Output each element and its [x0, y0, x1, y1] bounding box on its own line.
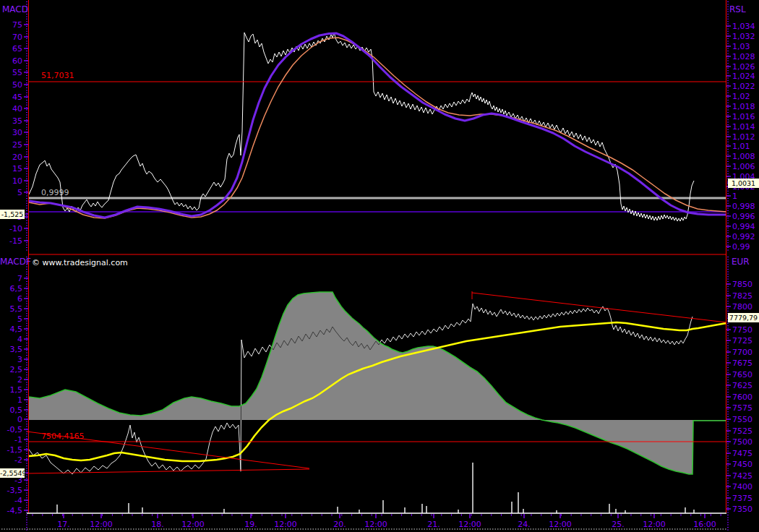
rsl-axis-label: 1,012 — [732, 132, 755, 142]
eur-axis-label: 7575 — [732, 403, 752, 413]
rsl-axis-label: 1,028 — [732, 52, 755, 61]
macdf-axis-label: -3,5 — [7, 486, 22, 495]
macd-axis-label: 45 — [12, 93, 22, 102]
eur-axis-label: 7600 — [732, 392, 752, 402]
volume-bar — [609, 504, 610, 513]
time-label: 12:00 — [90, 520, 113, 529]
macdf-axis-label: 4,5 — [10, 325, 23, 334]
volume-bar — [511, 502, 513, 513]
macdf-axis-label: 0 — [17, 415, 22, 424]
macdf-axis-label: 3 — [17, 355, 22, 364]
time-label: 25. — [612, 520, 625, 529]
macd-axis-label: 50 — [12, 80, 22, 90]
macd-axis-label: -15 — [9, 236, 22, 246]
eur-axis-label: 7450 — [732, 460, 752, 469]
eur-axis-label: 7400 — [732, 482, 752, 492]
eur-axis-label: 7800 — [732, 302, 752, 312]
volume-bar — [56, 505, 58, 513]
volume-bar — [518, 492, 519, 513]
macd-axis-label: 65 — [12, 44, 22, 53]
rsl-axis-label: 1,008 — [732, 152, 755, 161]
time-label: 20. — [333, 520, 346, 529]
rsl-axis-label: 0,99 — [732, 242, 750, 252]
macdf-axis-label: 5 — [17, 314, 22, 324]
volume-bar — [615, 509, 617, 513]
eur-axis-label: 7675 — [732, 359, 752, 368]
macd-axis-label: 55 — [12, 68, 22, 77]
macd-axis-label: 35 — [12, 116, 22, 126]
time-label: 19. — [244, 520, 257, 529]
rsl-last-value-badge: 1,0031 — [728, 179, 759, 188]
volume-bar — [421, 504, 423, 513]
time-label: 24. — [518, 520, 531, 529]
bottom-left-axis-title: MACDF — [0, 257, 31, 266]
macdf-axis-label: -2 — [14, 455, 22, 465]
macdf-axis-label: 4 — [17, 335, 22, 344]
eur-axis-label: 7825 — [732, 291, 752, 301]
eur-axis-label: 7375 — [732, 494, 752, 503]
macd-axis-label: 20 — [12, 153, 22, 162]
volume-bar — [128, 503, 129, 513]
macd-axis-label: 15 — [12, 164, 22, 173]
rsl-axis-label: 1,026 — [732, 62, 755, 72]
time-label: 12:00 — [181, 520, 205, 529]
top-right-axis-title: RSL — [729, 5, 746, 14]
time-label: 17. — [57, 520, 70, 529]
time-label: 16:00 — [693, 520, 716, 529]
rsl-axis-label: 1,014 — [732, 122, 755, 132]
eur-axis-label: 7700 — [732, 348, 752, 357]
eur-axis-label: 7725 — [732, 336, 752, 346]
macdf-axis-label: 0,5 — [10, 406, 23, 415]
eur-axis-label: 7550 — [732, 415, 752, 424]
rsl-axis-label: 1,034 — [732, 22, 755, 31]
time-label: 21. — [427, 520, 440, 529]
macd-axis-label: -10 — [9, 224, 22, 233]
eur-axis-label: 7650 — [732, 370, 752, 379]
macdf-axis-label: 1 — [17, 395, 22, 405]
time-label: 12:00 — [274, 520, 297, 529]
macdf-axis-label: -4,5 — [7, 506, 22, 515]
macdf-axis-label: -0,5 — [7, 425, 22, 434]
rsl-axis-label: 1,018 — [732, 102, 755, 111]
rsl-axis-label: 1,032 — [732, 32, 755, 41]
volume-bar — [426, 506, 427, 513]
volume-bar — [472, 463, 473, 513]
time-label: 12:00 — [643, 520, 666, 529]
rsl-axis-label: 1,03 — [732, 42, 750, 51]
macdf-last-value-badge: -2,5549 — [0, 468, 25, 478]
macd-axis-label: 60 — [12, 56, 22, 66]
rsl-axis-label: 1,02 — [732, 92, 750, 101]
rsl-axis-label: 1,01 — [732, 142, 750, 151]
rsl-axis-label: 1,022 — [732, 82, 755, 91]
macdf-axis-label: 2 — [17, 375, 22, 385]
macd-last-value-badge: -1,525 — [0, 210, 25, 219]
macdf-axis-label: 6 — [17, 294, 22, 304]
macdf-axis-label: 6,5 — [10, 284, 23, 293]
time-label: 12:00 — [364, 520, 387, 529]
rsl-axis-label: 0,994 — [732, 222, 755, 231]
macdf-axis-label: -1 — [14, 435, 22, 445]
macdf-axis-label: -1,5 — [7, 445, 22, 455]
macdf-axis-label: -4 — [14, 496, 22, 505]
eur-axis-label: 7425 — [732, 471, 752, 481]
eur-axis-label: 7500 — [732, 437, 752, 447]
volume-bar — [382, 500, 384, 513]
macdf-axis-label: 7 — [17, 274, 22, 283]
eur-axis-label: 7750 — [732, 325, 752, 335]
macdf-axis-label: 1,5 — [10, 385, 23, 395]
time-label: 12:00 — [458, 520, 481, 529]
eur-axis-label: 7850 — [732, 280, 752, 289]
rsl-axis-label: 1 — [732, 192, 737, 201]
macd-axis-label: 10 — [12, 176, 22, 186]
volume-bar — [223, 509, 225, 513]
macd-axis-label: 5 — [17, 188, 22, 197]
volume-bar — [337, 507, 338, 513]
tradesignal-watermark: © www.tradesignal.com — [32, 259, 128, 267]
rsl-axis-label: 0,996 — [732, 212, 755, 221]
unit-level-label: 0,9999 — [41, 188, 69, 197]
rsl-axis-label: 0,992 — [732, 232, 755, 241]
macd-axis-label: 70 — [12, 33, 22, 42]
eur-axis-label: 7525 — [732, 426, 752, 436]
rsl-axis-label: 1,024 — [732, 72, 755, 81]
bottom-right-axis-title: EUR — [732, 257, 750, 266]
